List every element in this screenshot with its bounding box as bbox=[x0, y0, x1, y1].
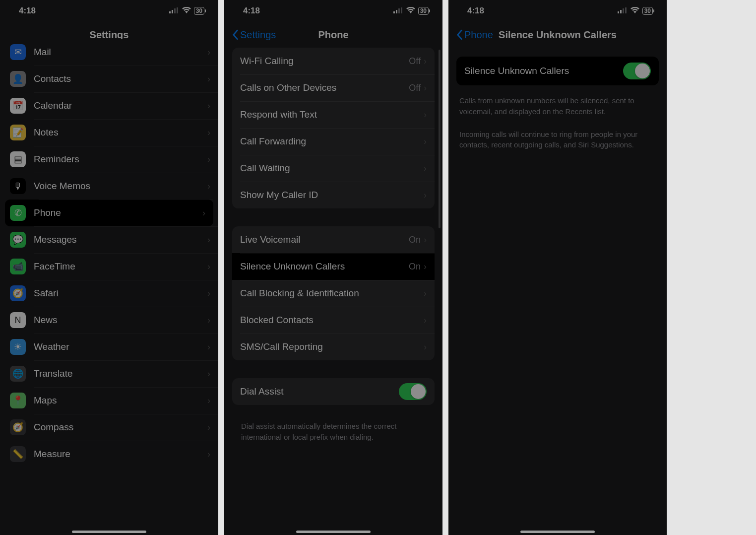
settings-row-reminders[interactable]: ▤Reminders› bbox=[0, 146, 218, 173]
svg-rect-9 bbox=[620, 10, 622, 13]
settings-row-compass[interactable]: 🧭Compass› bbox=[0, 414, 218, 441]
row-label: Call Blocking & Identification bbox=[240, 288, 424, 299]
row-sms-call-reporting[interactable]: SMS/Call Reporting› bbox=[232, 334, 435, 360]
chevron-right-icon: › bbox=[207, 74, 210, 84]
chevron-right-icon: › bbox=[207, 47, 210, 58]
chevron-right-icon: › bbox=[424, 110, 427, 120]
voicemail-group: Live VoicemailOn›Silence Unknown Callers… bbox=[232, 226, 435, 360]
svg-rect-8 bbox=[618, 11, 619, 13]
settings-row-voice-memos[interactable]: 🎙Voice Memos› bbox=[0, 173, 218, 200]
back-label: Phone bbox=[464, 29, 493, 41]
row-label: Call Waiting bbox=[240, 163, 424, 174]
status-indicators: 30 bbox=[393, 6, 429, 16]
row-label: Translate bbox=[34, 368, 207, 379]
row-label: Live Voicemail bbox=[240, 234, 409, 245]
settings-row-translate[interactable]: 🌐Translate› bbox=[0, 360, 218, 387]
messages-icon: 💬 bbox=[10, 232, 26, 248]
phone-settings-content[interactable]: Wi-Fi CallingOff›Calls on Other DevicesO… bbox=[224, 48, 442, 535]
calls-group: Wi-Fi CallingOff›Calls on Other DevicesO… bbox=[232, 48, 435, 208]
row-label: Contacts bbox=[34, 73, 207, 84]
svg-rect-1 bbox=[172, 10, 173, 13]
row-silence-unknown-callers[interactable]: Silence Unknown CallersOn› bbox=[232, 253, 435, 280]
settings-row-contacts[interactable]: 👤Contacts› bbox=[0, 66, 218, 92]
screen-settings: 4:18 30 Settings ✉Mail›👤Contacts›📅Calend… bbox=[0, 0, 218, 535]
chevron-right-icon: › bbox=[424, 190, 427, 201]
row-call-blocking-identification[interactable]: Call Blocking & Identification› bbox=[232, 280, 435, 307]
svg-rect-5 bbox=[396, 10, 397, 13]
settings-row-phone[interactable]: ✆Phone› bbox=[5, 200, 213, 226]
dial-assist-toggle[interactable] bbox=[399, 383, 427, 400]
home-indicator[interactable] bbox=[296, 531, 371, 533]
chevron-right-icon: › bbox=[207, 342, 210, 352]
row-label: Weather bbox=[34, 341, 207, 352]
weather-icon: ☀ bbox=[10, 339, 26, 355]
back-label: Settings bbox=[240, 29, 276, 41]
mail-icon: ✉ bbox=[10, 44, 26, 60]
row-live-voicemail[interactable]: Live VoicemailOn› bbox=[232, 226, 435, 253]
settings-list[interactable]: ✉Mail›👤Contacts›📅Calendar›📝Notes›▤Remind… bbox=[0, 39, 218, 526]
settings-row-measure[interactable]: 📏Measure› bbox=[0, 441, 218, 468]
row-calls-on-other-devices[interactable]: Calls on Other DevicesOff› bbox=[232, 74, 435, 101]
dial-assist-footer: Dial assist automatically determines the… bbox=[232, 417, 435, 452]
silence-toggle[interactable] bbox=[623, 63, 651, 79]
row-label: Silence Unknown Callers bbox=[240, 261, 409, 272]
row-blocked-contacts[interactable]: Blocked Contacts› bbox=[232, 307, 435, 334]
settings-row-notes[interactable]: 📝Notes› bbox=[0, 119, 218, 146]
nav-header: Settings Phone bbox=[224, 22, 442, 48]
chevron-right-icon: › bbox=[424, 288, 427, 299]
notes-icon: 📝 bbox=[10, 125, 26, 140]
row-value: On bbox=[409, 235, 421, 245]
row-label: Call Forwarding bbox=[240, 136, 424, 147]
settings-row-messages[interactable]: 💬Messages› bbox=[0, 226, 218, 253]
silence-unknown-row[interactable]: Silence Unknown Callers bbox=[456, 57, 659, 85]
chevron-right-icon: › bbox=[207, 315, 210, 326]
settings-row-maps[interactable]: 📍Maps› bbox=[0, 387, 218, 414]
phone-icon: ✆ bbox=[10, 205, 26, 221]
back-button[interactable]: Phone bbox=[455, 29, 493, 41]
row-label: Respond with Text bbox=[240, 109, 424, 120]
row-call-waiting[interactable]: Call Waiting› bbox=[232, 155, 435, 182]
status-indicators: 30 bbox=[618, 6, 653, 16]
dial-assist-row[interactable]: Dial Assist bbox=[232, 378, 435, 405]
reminders-icon: ▤ bbox=[10, 151, 26, 167]
toggle-knob bbox=[411, 384, 426, 399]
chevron-right-icon: › bbox=[424, 342, 427, 352]
status-time: 4:18 bbox=[243, 6, 260, 16]
row-value: Off bbox=[409, 83, 421, 93]
row-label: Calls on Other Devices bbox=[240, 82, 409, 93]
row-label: Reminders bbox=[34, 154, 207, 165]
chevron-right-icon: › bbox=[202, 208, 205, 218]
row-show-my-caller-id[interactable]: Show My Caller ID› bbox=[232, 182, 435, 208]
chevron-right-icon: › bbox=[424, 56, 427, 67]
voice-memos-icon: 🎙 bbox=[10, 178, 26, 194]
chevron-left-icon bbox=[231, 29, 239, 40]
back-button[interactable]: Settings bbox=[231, 29, 276, 41]
svg-rect-7 bbox=[401, 7, 402, 13]
svg-rect-2 bbox=[174, 8, 176, 13]
settings-row-safari[interactable]: 🧭Safari› bbox=[0, 280, 218, 307]
svg-rect-0 bbox=[169, 11, 171, 13]
row-label: Mail bbox=[34, 47, 207, 58]
measure-icon: 📏 bbox=[10, 446, 26, 462]
row-respond-with-text[interactable]: Respond with Text› bbox=[232, 101, 435, 128]
status-time: 4:18 bbox=[19, 6, 36, 16]
chevron-right-icon: › bbox=[207, 235, 210, 245]
settings-row-news[interactable]: NNews› bbox=[0, 307, 218, 334]
row-wi-fi-calling[interactable]: Wi-Fi CallingOff› bbox=[232, 48, 435, 74]
settings-row-weather[interactable]: ☀Weather› bbox=[0, 334, 218, 360]
home-indicator[interactable] bbox=[72, 531, 146, 533]
settings-row-facetime[interactable]: 📹FaceTime› bbox=[0, 253, 218, 280]
row-call-forwarding[interactable]: Call Forwarding› bbox=[232, 128, 435, 155]
home-indicator[interactable] bbox=[520, 531, 595, 533]
settings-row-calendar[interactable]: 📅Calendar› bbox=[0, 92, 218, 119]
row-label: Show My Caller ID bbox=[240, 190, 424, 201]
page-title: Phone bbox=[318, 29, 348, 41]
row-label: Notes bbox=[34, 127, 207, 138]
settings-row-mail[interactable]: ✉Mail› bbox=[0, 39, 218, 66]
row-value: On bbox=[409, 262, 421, 272]
status-bar: 4:18 30 bbox=[448, 0, 667, 22]
dial-assist-group: Dial Assist bbox=[232, 378, 435, 405]
screen-silence-unknown: 4:18 30 Phone Silence Unknown Callers Si… bbox=[448, 0, 667, 535]
row-label: Phone bbox=[34, 207, 202, 218]
chevron-right-icon: › bbox=[207, 262, 210, 272]
